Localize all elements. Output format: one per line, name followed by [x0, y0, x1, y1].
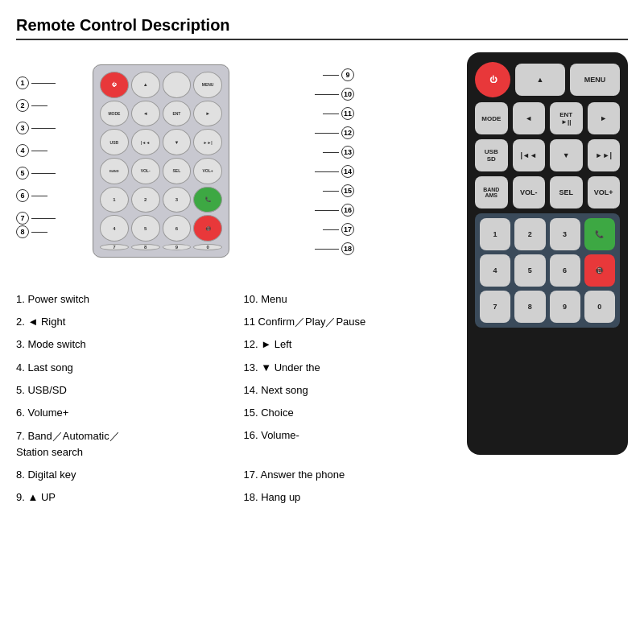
callout-17: 17 — [323, 223, 354, 236]
remote-usb-btn[interactable]: USBSD — [475, 139, 508, 171]
callout-1: 1 — [16, 76, 56, 89]
small-remote-diagram: ⏻ ▲ MENU MODE ◄ ENT ► USB |◄◄ ▼ ►►| — [93, 64, 229, 258]
diag-5: 5 — [131, 215, 160, 242]
desc-num-11: 11 — [244, 316, 255, 328]
desc-text-1: Power switch — [27, 293, 89, 305]
desc-text-10: Menu — [261, 293, 287, 305]
remote-volminus-btn[interactable]: VOL- — [513, 176, 546, 208]
remote-right-btn[interactable]: ► — [588, 102, 621, 134]
callout-circle-11: 11 — [341, 107, 354, 120]
remote-num4[interactable]: 4 — [480, 254, 510, 287]
desc-13: 13. ▼ Under the — [244, 358, 456, 378]
diag-right-arr: ► — [193, 101, 222, 127]
desc-8: 8. Digital key — [16, 465, 228, 485]
callout-circle-12: 12 — [341, 126, 354, 139]
remote-num2[interactable]: 2 — [514, 218, 545, 250]
remote-up-btn[interactable]: ▲ — [515, 64, 565, 96]
desc-num-12: 12. — [244, 338, 262, 350]
remote-left-btn[interactable]: ◄ — [513, 102, 546, 134]
callout-circle-8: 8 — [16, 225, 29, 238]
desc-1: 1. Power switch — [16, 290, 228, 309]
description-list: 1. Power switch 10. Menu 2. ◄ Right 11 C… — [16, 290, 455, 508]
desc-5: 5. USB/SD — [16, 381, 228, 400]
diag-9: 9 — [163, 244, 192, 250]
diag-7: 7 — [100, 244, 129, 250]
diag-hangup: 📵 — [193, 215, 222, 242]
diag-prev: |◄◄ — [131, 129, 160, 155]
callout-circle-1: 1 — [16, 76, 29, 89]
left-panel: ⏻ ▲ MENU MODE ◄ ENT ► USB |◄◄ ▼ ►►| — [16, 52, 455, 508]
remote-hangup-btn[interactable]: 📵 — [584, 254, 615, 287]
remote-num6[interactable]: 6 — [550, 254, 580, 287]
diag-left-arr: ◄ — [131, 101, 160, 127]
callout-8: 8 — [16, 225, 47, 238]
desc-text-9: ▲ UP — [27, 491, 56, 503]
callout-6: 6 — [16, 189, 56, 202]
remote-prev-btn[interactable]: |◄◄ — [513, 139, 546, 171]
callout-3: 3 — [16, 122, 56, 134]
callout-circle-16: 16 — [341, 204, 354, 217]
callout-10: 10 — [315, 88, 354, 101]
remote-num8[interactable]: 8 — [514, 291, 545, 323]
desc-num-3: 3. — [16, 338, 27, 350]
callout-circle-5: 5 — [16, 167, 29, 180]
callout-circle-6: 6 — [16, 189, 29, 202]
desc-6: 6. Volume+ — [16, 403, 228, 423]
desc-num-13: 13. — [244, 361, 262, 374]
remote-num0[interactable]: 0 — [584, 291, 615, 323]
desc-num-4: 4. — [16, 361, 27, 374]
remote-num5[interactable]: 5 — [514, 254, 545, 287]
desc-18: 18. Hang up — [244, 488, 456, 507]
diag-2: 2 — [131, 187, 160, 213]
desc-num-2: 2. — [16, 316, 27, 328]
remote-volplus-btn[interactable]: VOL+ — [588, 176, 621, 208]
remote-num7[interactable]: 7 — [480, 291, 510, 323]
callout-9: 9 — [323, 68, 354, 81]
desc-11: 11 Confirm／Play／Pause — [244, 312, 456, 332]
desc-num-18: 18. — [244, 491, 262, 503]
remote-power-btn[interactable]: ⏻ — [475, 62, 510, 97]
callout-11: 11 — [323, 107, 354, 120]
desc-num-8: 8. — [16, 469, 27, 481]
diag-8: 8 — [131, 244, 160, 250]
remote-num3[interactable]: 3 — [550, 218, 580, 250]
desc-2: 2. ◄ Right — [16, 312, 228, 332]
diag-answer: 📞 — [193, 187, 222, 213]
desc-text-7: Band／Automatic／Station search — [16, 430, 120, 458]
diag-6: 6 — [163, 215, 192, 242]
desc-text-6: Volume+ — [27, 407, 68, 419]
desc-num-5: 5. — [16, 384, 27, 396]
diag-power: ⏻ — [100, 72, 129, 98]
desc-text-14: Next song — [261, 384, 308, 396]
desc-4: 4. Last song — [16, 358, 228, 378]
main-container: Remote Control Description ⏻ ▲ MENU MODE… — [0, 0, 644, 644]
callout-15: 15 — [323, 184, 354, 197]
callout-5: 5 — [16, 167, 56, 180]
remote-row-3: USBSD |◄◄ ▼ ►►| — [475, 139, 620, 171]
diag-up: ▲ — [131, 72, 160, 98]
desc-3: 3. Mode switch — [16, 335, 228, 354]
remote-answer-btn[interactable]: 📞 — [584, 218, 615, 250]
diag-volm: VOL- — [131, 158, 160, 184]
remote-num9[interactable]: 9 — [550, 291, 580, 323]
callout-circle-3: 3 — [16, 122, 29, 134]
remote-row-2: MODE ◄ ENT►|| ► — [475, 102, 620, 134]
remote-next-btn[interactable]: ►►| — [588, 139, 621, 171]
remote-num1[interactable]: 1 — [480, 218, 510, 250]
remote-sel-btn[interactable]: SEL — [550, 176, 583, 208]
diag-0: 0 — [193, 244, 222, 250]
diag-usb: USB — [100, 129, 129, 155]
remote-menu-btn[interactable]: MENU — [570, 64, 620, 96]
desc-9: 9. ▲ UP — [16, 488, 228, 507]
remote-band-btn[interactable]: BANDAMS — [475, 176, 508, 208]
remote-row-1: ⏻ ▲ MENU — [475, 62, 620, 97]
callout-12: 12 — [315, 126, 354, 139]
diag-4: 4 — [100, 215, 129, 242]
desc-num-10: 10. — [244, 293, 262, 305]
remote-down-btn[interactable]: ▼ — [550, 139, 583, 171]
diag-down-arr: ▼ — [163, 129, 192, 155]
callout-circle-15: 15 — [341, 184, 354, 197]
remote-entplay-btn[interactable]: ENT►|| — [550, 102, 583, 134]
desc-text-8: Digital key — [27, 469, 76, 481]
remote-mode-btn[interactable]: MODE — [475, 102, 508, 134]
